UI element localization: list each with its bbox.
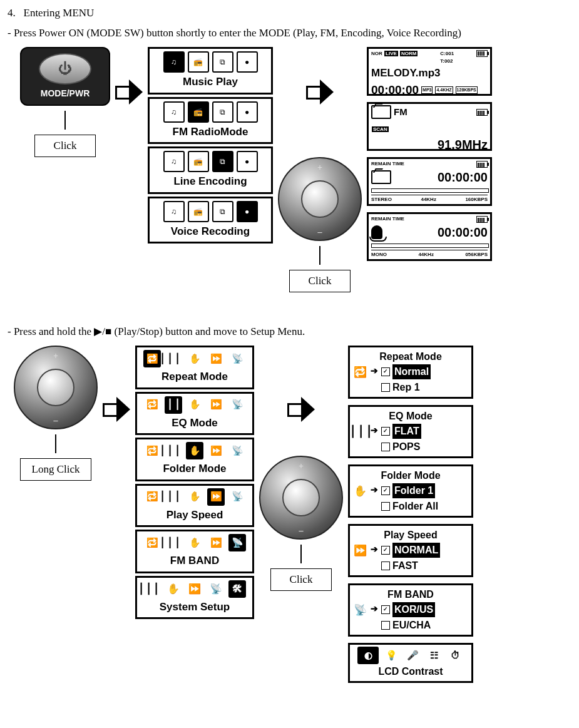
screen-fmband: FM BAND 📡 ➔ ✓KOR/US EU/CHA	[348, 583, 473, 637]
jog-column: Click	[278, 47, 362, 292]
jog-wheel[interactable]	[278, 157, 362, 241]
mode-item-music[interactable]: ♫ 📻 ⧉ ● Music Play	[148, 47, 273, 95]
mode-pwr-label: MODE/PWR	[41, 87, 90, 100]
speed-icon: ⏩	[186, 580, 203, 598]
mp3-tag: MP3	[421, 86, 433, 95]
line-kbps: 160KBPS	[465, 196, 488, 203]
contrast-icon: ◐	[357, 647, 379, 664]
remain-label: REMAIN TIME	[371, 160, 404, 168]
eq-icon: ▏▏▏	[165, 488, 182, 506]
repeat-icon: 🔁	[143, 534, 161, 551]
tape-icon: ⧉	[212, 151, 233, 172]
speed-icon: ⏩	[207, 350, 225, 367]
fm-freq: 91.9MHz	[371, 135, 488, 154]
screen-title: Play Speed	[352, 528, 469, 543]
mode-item-label: Line Encoding	[173, 173, 247, 190]
jog-wheel[interactable]	[14, 346, 98, 429]
check-icon: ✓	[381, 427, 390, 436]
kbps-tag: 128KBPS	[456, 86, 478, 95]
section-title: Entering MENU	[24, 7, 95, 19]
setup-item-folder[interactable]: 🔁 ▏▏▏ ✋ ⏩ 📡 Folder Mode	[135, 438, 254, 481]
setup-item-system[interactable]: ▏▏▏ ✋ ⏩ 📡 🛠 System Setup	[135, 576, 254, 620]
voice-time: 00:00:00	[438, 223, 488, 242]
opt-selected: Folder 1	[392, 483, 435, 498]
setup-item-fmband[interactable]: 🔁 ▏▏▏ ✋ ⏩ 📡 FM BAND	[135, 530, 254, 573]
folder-icon: ✋	[186, 442, 203, 459]
repeat-icon: 🔁	[143, 350, 161, 367]
mic-icon: ●	[237, 201, 258, 222]
opt-other: FAST	[392, 558, 418, 573]
mode-item-voice[interactable]: ♫ 📻 ⧉ ● Voice Recoding	[148, 197, 273, 244]
arrow-icon	[115, 78, 143, 103]
speed-icon: ⏩	[352, 543, 367, 559]
check-icon	[381, 502, 390, 511]
battery-icon	[476, 161, 488, 168]
setup-item-repeat[interactable]: 🔁 ▏▏▏ ✋ ⏩ 📡 Repeat Mode	[135, 346, 254, 389]
mic-icon: ●	[237, 51, 258, 73]
radio-icon: 📻	[188, 201, 209, 222]
setup-item-eq[interactable]: 🔁 ▏▏▏ ✋ ⏩ 📡 EQ Mode	[135, 392, 254, 436]
mode-item-fm[interactable]: ♫ 📻 ⧉ ● FM RadioMode	[148, 97, 273, 145]
stereo-label: STEREO	[371, 196, 392, 203]
mono-label: MONO	[371, 251, 387, 259]
click-label: Click	[34, 135, 96, 157]
section-number: 4.	[8, 7, 16, 19]
play-time: 00:00:00	[371, 81, 419, 100]
jog-wheel[interactable]	[259, 456, 343, 540]
check-icon	[381, 621, 390, 630]
figure-mode: ⏻ MODE/PWR Click ♫ 📻 ⧉ ● Music Play ♫ 📻 …	[8, 47, 571, 292]
line-time: 00:00:00	[438, 168, 488, 187]
live-tag: LIVE	[384, 51, 398, 56]
mode-pwr-button[interactable]: ⏻ MODE/PWR	[20, 47, 110, 106]
khz-tag: 4.4KHZ	[435, 86, 453, 95]
check-icon	[381, 383, 390, 392]
opt-other: Rep 1	[392, 380, 420, 395]
setup-label: EQ Mode	[140, 415, 250, 431]
screen-title: Folder Mode	[352, 468, 469, 483]
screen-eq: EQ Mode ▏▏▏ ➔ ✓FLAT POPS	[348, 405, 473, 458]
screen-music-play: NOR LIVE NORM C:001 T:002 MELODY.mp3 00:…	[367, 47, 492, 96]
folder-icon: ✋	[352, 483, 367, 500]
music-icon: ♫	[163, 101, 185, 123]
setup-item-speed[interactable]: 🔁 ▏▏▏ ✋ ⏩ 📡 Play Speed	[135, 484, 254, 528]
screen-title: Repeat Mode	[352, 349, 469, 364]
radio-icon: 📻	[188, 51, 209, 73]
figure-setup: Long Click 🔁 ▏▏▏ ✋ ⏩ 📡 Repeat Mode 🔁 ▏▏▏…	[8, 346, 571, 683]
check-icon: ✓	[381, 605, 390, 614]
screen-line: REMAIN TIME 00:00:00 STEREO 44KHz 160KBP…	[367, 157, 492, 206]
arrow-icon	[103, 396, 130, 421]
mode-menu-column: ♫ 📻 ⧉ ● Music Play ♫ 📻 ⧉ ● FM RadioMode …	[148, 47, 273, 244]
timer-off-icon: ⏱	[446, 647, 464, 664]
screen-speed: Play Speed ⏩ ➔ ✓NORMAL FAST	[348, 524, 473, 577]
opt-other: EU/CHA	[392, 618, 431, 633]
counter-c: C:001	[440, 51, 454, 56]
eq-icon: ▏▏▏	[143, 580, 161, 598]
opt-selected: NORMAL	[392, 543, 440, 558]
level-icon: ☷	[425, 647, 443, 664]
screen-title: FM BAND	[352, 587, 469, 602]
check-icon: ✓	[381, 367, 390, 376]
section-heading: 4. Entering MENU	[8, 5, 571, 21]
norm-tag: NORM	[400, 51, 418, 56]
music-icon: ♫	[163, 201, 185, 222]
mode-item-line[interactable]: ♫ 📻 ⧉ ● Line Encoding	[148, 146, 273, 194]
sat-icon: 📡	[207, 580, 225, 598]
eq-icon: ▏▏▏	[352, 424, 367, 440]
arrow-small-icon: ➔	[371, 602, 378, 615]
filename: MELODY.mp3	[371, 65, 488, 81]
opt-other: Folder All	[392, 499, 438, 514]
folder-icon: ✋	[186, 396, 203, 414]
screen-fm: FM SCAN 91.9MHz	[367, 102, 492, 151]
bulb-icon: 💡	[382, 647, 400, 664]
check-icon	[381, 561, 390, 570]
opt-selected: FLAT	[392, 424, 421, 439]
screen-repeat: Repeat Mode 🔁 ➔ ✓Normal Rep 1	[348, 346, 473, 399]
tape-icon: ⧉	[212, 101, 233, 123]
battery-icon	[476, 50, 488, 57]
speed-icon: ⏩	[207, 442, 225, 459]
setup-label: Folder Mode	[140, 461, 250, 477]
remain-label: REMAIN TIME	[371, 215, 404, 223]
pointer-line	[64, 111, 66, 130]
setup-label: Play Speed	[140, 507, 250, 523]
mode-item-label: FM RadioMode	[173, 124, 249, 140]
